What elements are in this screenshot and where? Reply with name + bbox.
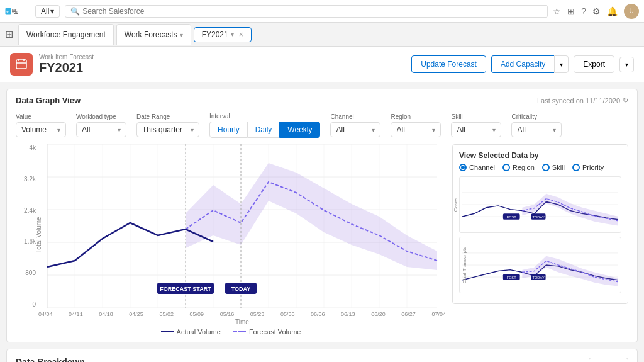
filters-row: Value Volume ▾ Workload type All ▾ Date … xyxy=(7,109,637,144)
criticality-caret: ▾ xyxy=(553,127,556,133)
mini-chart-chat: Chat Transcripts FCST TODAY xyxy=(459,237,621,293)
value-select[interactable]: Volume ▾ xyxy=(16,122,66,137)
tab-work-forecasts[interactable]: Work Forecasts ▾ xyxy=(116,24,191,45)
right-panel: View Selected Data by Channel Region Ski… xyxy=(446,144,628,336)
channel-filter: Channel All ▾ xyxy=(330,113,380,137)
help-icon[interactable]: ? xyxy=(581,6,586,16)
channel-caret: ▾ xyxy=(372,127,375,133)
region-select[interactable]: All ▾ xyxy=(391,122,441,137)
add-capacity-group: Add Capacity ▾ xyxy=(491,55,569,73)
caret-icon: ▾ xyxy=(50,7,54,16)
tab-dropdown-icon: ▾ xyxy=(180,31,183,38)
skill-select[interactable]: All ▾ xyxy=(451,122,501,137)
legend-forecast: Forecast Volume xyxy=(233,328,301,336)
radio-group: Channel Region Skill Priority xyxy=(459,164,621,171)
add-icon[interactable]: ⊞ xyxy=(567,6,575,16)
legend-actual: Actual Volume xyxy=(161,328,221,336)
radio-channel-dot xyxy=(459,164,467,171)
add-capacity-button[interactable]: Add Capacity xyxy=(491,55,554,73)
svg-text:TODAY: TODAY xyxy=(533,215,545,219)
avatar[interactable]: U xyxy=(624,4,639,19)
chat-label: Chat Transcripts xyxy=(462,247,467,283)
workload-caret: ▾ xyxy=(118,127,121,133)
workload-filter: Workload type All ▾ xyxy=(76,113,126,137)
cases-label: Cases xyxy=(453,198,458,212)
y-axis-title: Total Volume xyxy=(35,217,42,252)
tab-fy2021[interactable]: FY2021 ▾ × xyxy=(194,27,252,42)
criticality-filter: Criticality All ▾ xyxy=(511,113,562,137)
x-axis-title: Time xyxy=(38,319,446,325)
view-selected-panel: View Selected Data by Channel Region Ski… xyxy=(452,144,628,304)
grid-icon[interactable]: ⊞ xyxy=(5,28,13,40)
section-header: Data Graph View Last synced on 11/11/202… xyxy=(7,89,637,109)
breakdown-left: Data Breakdown Viewing Channels: All • S… xyxy=(16,357,205,362)
legend-forecast-line xyxy=(233,331,246,332)
search-input[interactable] xyxy=(82,7,542,16)
x-axis-labels: 04/04 04/11 04/18 04/25 05/02 05/09 05/1… xyxy=(38,310,446,317)
export-button[interactable]: Export xyxy=(574,55,614,73)
svg-rect-4 xyxy=(16,60,26,69)
logo: fit FOR YOU xyxy=(5,4,30,18)
svg-text:TODAY: TODAY xyxy=(533,276,545,280)
add-capacity-dropdown[interactable]: ▾ xyxy=(554,55,569,73)
cases-chart: FCST TODAY xyxy=(462,179,618,230)
svg-text:fit: fit xyxy=(6,9,9,13)
tab-close-icon[interactable]: × xyxy=(239,30,243,39)
forecast-fill-upper xyxy=(186,163,437,270)
update-forecast-button[interactable]: Update Forecast xyxy=(411,55,486,73)
daterange-filter: Date Range This quarter ▾ xyxy=(136,113,199,137)
region-filter: Region All ▾ xyxy=(391,113,441,137)
criticality-select[interactable]: All ▾ xyxy=(511,122,562,137)
legend-actual-line xyxy=(161,331,174,332)
interval-hourly[interactable]: Hourly xyxy=(209,122,248,138)
radio-priority-dot xyxy=(572,164,580,171)
workload-select[interactable]: All ▾ xyxy=(76,122,126,137)
nav-icons: ☆ ⊞ ? ⚙ 🔔 U xyxy=(553,4,639,19)
search-icon: 🔍 xyxy=(70,7,80,16)
refresh-icon[interactable]: ↻ xyxy=(623,96,628,105)
radio-skill-dot xyxy=(542,164,550,171)
search-box[interactable]: 🔍 xyxy=(65,5,548,18)
section-title: Data Graph View xyxy=(16,96,80,105)
adjust-button[interactable]: Adjust xyxy=(589,358,628,362)
breakdown-header: Data Breakdown Viewing Channels: All • S… xyxy=(16,357,628,362)
star-icon[interactable]: ☆ xyxy=(553,6,561,16)
chart-legend: Actual Volume Forecast Volume xyxy=(16,328,446,336)
value-filter: Value Volume ▾ xyxy=(16,113,66,137)
data-graph-section: Data Graph View Last synced on 11/11/202… xyxy=(6,89,638,342)
chat-chart: FCST TODAY xyxy=(462,240,618,290)
interval-daily[interactable]: Daily xyxy=(248,122,280,138)
bell-icon[interactable]: 🔔 xyxy=(607,6,618,16)
svg-text:FCST: FCST xyxy=(507,215,516,219)
page-header: Work Item Forecast FY2021 Update Forecas… xyxy=(0,47,644,82)
daterange-caret: ▾ xyxy=(191,127,194,133)
forecast-start-label: FORECAST START xyxy=(160,286,211,292)
header-text: Work Item Forecast FY2021 xyxy=(39,54,94,75)
export-dropdown[interactable]: ▾ xyxy=(619,57,634,72)
today-label: TODAY xyxy=(231,286,251,292)
main-area: 0 800 1.6k 2.4k 3.2k 4k Total Volume xyxy=(7,144,637,342)
header-icon xyxy=(10,53,33,76)
interval-weekly[interactable]: Weekly xyxy=(279,122,320,138)
mini-chart-cases: Cases FCST TODAY xyxy=(459,176,621,233)
nav-all-dropdown[interactable]: All ▾ xyxy=(35,5,60,18)
page-header-left: Work Item Forecast FY2021 xyxy=(10,53,94,76)
svg-text:YOU: YOU xyxy=(12,11,18,14)
svg-text:FCST: FCST xyxy=(507,276,516,280)
header-actions: Update Forecast Add Capacity ▾ Export ▾ xyxy=(411,55,634,73)
interval-filter: Interval Hourly Daily Weekly xyxy=(209,113,320,138)
chart-container: 0 800 1.6k 2.4k 3.2k 4k Total Volume xyxy=(16,144,446,336)
tab-fy-dropdown-icon: ▾ xyxy=(231,31,234,38)
settings-icon[interactable]: ⚙ xyxy=(592,6,601,16)
daterange-select[interactable]: This quarter ▾ xyxy=(136,122,199,137)
radio-channel[interactable]: Channel xyxy=(459,164,495,171)
radio-region[interactable]: Region xyxy=(502,164,535,171)
view-selected-title: View Selected Data by xyxy=(459,151,621,160)
radio-priority[interactable]: Priority xyxy=(572,164,604,171)
channel-select[interactable]: All ▾ xyxy=(330,122,380,137)
sync-info: Last synced on 11/11/2020 ↻ xyxy=(537,96,628,105)
skill-filter: Skill All ▾ xyxy=(451,113,501,137)
interval-buttons: Hourly Daily Weekly xyxy=(209,122,320,138)
radio-skill[interactable]: Skill xyxy=(542,164,565,171)
tab-workforce-engagement[interactable]: Workforce Engagement xyxy=(18,24,114,45)
